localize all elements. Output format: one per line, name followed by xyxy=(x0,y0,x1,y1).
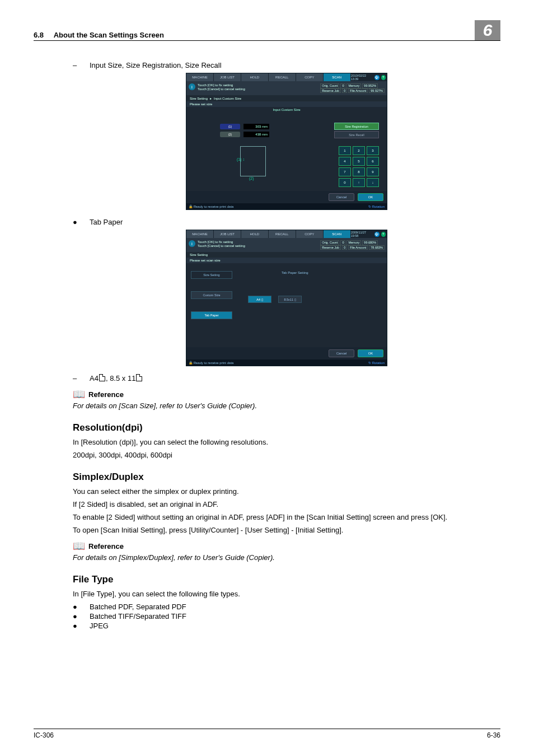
key-8[interactable]: 8 xyxy=(353,167,365,176)
status-box: Orig. Count0 Memory99.952% Reserve Job0 … xyxy=(320,83,385,93)
size-recall-button[interactable]: Size Recall xyxy=(334,131,379,138)
tab-hold[interactable]: HOLD xyxy=(241,73,268,81)
body-text: In [File Type], you can select the follo… xyxy=(73,590,500,598)
breadcrumb: Size Setting xyxy=(186,252,387,258)
list-item-text: A4, 8.5 x 11 xyxy=(90,374,143,382)
key-2[interactable]: 2 xyxy=(353,146,365,155)
screenshot-tab-paper: MACHINE JOB LIST HOLD RECALL COPY SCAN 2… xyxy=(73,230,500,366)
cancel-button[interactable]: Cancel xyxy=(329,193,354,201)
reference-heading: 📖 Reference xyxy=(73,388,500,400)
page-header: 6.8 About the Scan Settings Screen 6 xyxy=(34,20,500,41)
dash-icon: – xyxy=(73,374,90,382)
help-icon[interactable]: ? xyxy=(381,232,386,237)
tab-joblist[interactable]: JOB LIST xyxy=(214,230,241,238)
power-icon[interactable]: ⏻ xyxy=(374,75,379,80)
header-timestamp-area: 2010/02/22 13:39 ⏻ ? xyxy=(351,73,387,81)
panel-title: Tab Paper Setting xyxy=(282,271,308,274)
tab-copy[interactable]: COPY xyxy=(296,73,323,81)
cancel-button[interactable]: Cancel xyxy=(329,349,354,357)
key-3[interactable]: 3 xyxy=(367,146,379,155)
info-text: Touch [OK] to fix settingTouch [Cancel] … xyxy=(198,83,320,91)
tab-scan[interactable]: SCAN xyxy=(324,73,350,81)
key-0[interactable]: 0 xyxy=(339,178,351,187)
key-up[interactable]: ↑ xyxy=(353,178,365,187)
heading-resolution: Resolution(dpi) xyxy=(73,422,500,433)
tab-recall[interactable]: RECALL xyxy=(269,73,296,81)
section-title: 6.8 About the Scan Settings Screen xyxy=(34,31,164,39)
help-icon[interactable]: ? xyxy=(381,75,386,80)
portrait-icon xyxy=(136,374,142,381)
body-text: To enable [2 Sided] without setting an o… xyxy=(73,513,500,521)
footer-right: 6-36 xyxy=(487,731,500,739)
ok-button[interactable]: OK xyxy=(358,349,383,357)
screenshot-input-custom-size: MACHINE JOB LIST HOLD RECALL COPY SCAN 2… xyxy=(73,73,500,210)
tab-paper-button[interactable]: Tab Paper xyxy=(191,311,232,319)
tab-recall[interactable]: RECALL xyxy=(269,230,296,238)
field-x-button[interactable]: (1) xyxy=(220,124,240,129)
section-number: 6.8 xyxy=(34,31,44,39)
page-footer: IC-306 6-36 xyxy=(34,729,500,739)
panel-title: Input Custom Size xyxy=(273,108,300,111)
ok-button[interactable]: OK xyxy=(358,193,383,201)
dash-icon: – xyxy=(73,61,90,69)
list-item: ● JPEG xyxy=(73,622,500,630)
portrait-icon xyxy=(99,374,105,381)
list-item-text: Tab Paper xyxy=(90,218,123,226)
heading-filetype: File Type xyxy=(73,574,500,585)
arrow-x-icon: (2) xyxy=(249,176,254,180)
field-x-value[interactable]: 303 mm xyxy=(243,124,269,129)
list-item: ● Batched PDF, Separated PDF xyxy=(73,603,500,611)
book-icon: 📖 xyxy=(73,540,85,552)
timestamp: 2010/02/22 13:39 xyxy=(351,74,373,81)
page-figure: (1) ↕ (2) xyxy=(237,146,265,180)
list-item: – Input Size, Size Registration, Size Re… xyxy=(73,61,500,69)
arrow-y-icon: (1) ↕ xyxy=(237,157,245,161)
a4-button[interactable]: A4 ▯ xyxy=(248,296,271,303)
header-timestamp-area: 2009/11/27 19:58 ⏻ ? xyxy=(351,230,387,238)
tab-machine[interactable]: MACHINE xyxy=(186,73,213,81)
printer-status: 🔒 Ready to receive print data xyxy=(189,361,233,365)
status-box: Orig. Count0 Memory99.680% Reserve Job0 … xyxy=(320,240,385,250)
field-y-button[interactable]: (2) xyxy=(220,132,240,137)
timestamp: 2009/11/27 19:58 xyxy=(351,231,373,237)
instruction-line: Please set scan size xyxy=(186,258,387,263)
tab-machine[interactable]: MACHINE xyxy=(186,230,213,238)
left-col-title: Size Setting xyxy=(191,271,232,279)
list-item: – A4, 8.5 x 11 xyxy=(73,374,500,382)
tab-joblist[interactable]: JOB LIST xyxy=(214,73,241,81)
list-item-text: Input Size, Size Registration, Size Reca… xyxy=(90,61,222,69)
bullet-icon: ● xyxy=(73,612,90,620)
size-registration-button[interactable]: Size Registration xyxy=(334,123,379,130)
section-heading: About the Scan Settings Screen xyxy=(54,31,164,39)
chevron-right-icon: ▸ xyxy=(210,96,212,100)
body-text: If [2 Sided] is disabled, set an origina… xyxy=(73,500,500,508)
key-9[interactable]: 9 xyxy=(367,167,379,176)
field-y-value[interactable]: 438 mm xyxy=(243,132,269,137)
printer-status: 🔒 Ready to receive print data xyxy=(189,204,233,208)
tab-scan[interactable]: SCAN xyxy=(324,230,350,238)
power-icon[interactable]: ⏻ xyxy=(374,232,379,237)
reference-heading: 📖 Reference xyxy=(73,540,500,552)
footer-left: IC-306 xyxy=(34,731,54,739)
instruction-line: Please set size xyxy=(186,101,387,107)
info-icon: i xyxy=(189,83,195,90)
key-4[interactable]: 4 xyxy=(339,157,351,166)
tab-copy[interactable]: COPY xyxy=(296,230,323,238)
body-text: 200dpi, 300dpi, 400dpi, 600dpi xyxy=(73,451,500,459)
key-5[interactable]: 5 xyxy=(353,157,365,166)
rotation-indicator: ↻ Rotation xyxy=(368,204,385,208)
bullet-icon: ● xyxy=(73,603,90,611)
custom-size-button[interactable]: Custom Size xyxy=(191,291,232,299)
reference-text: For details on [Simplex/Duplex], refer t… xyxy=(73,553,500,562)
key-7[interactable]: 7 xyxy=(339,167,351,176)
key-6[interactable]: 6 xyxy=(367,157,379,166)
key-down[interactable]: ↓ xyxy=(367,178,379,187)
body-text: In [Resolution (dpi)], you can select th… xyxy=(73,438,500,446)
rotation-indicator: ↻ Rotation xyxy=(368,361,385,365)
tab-hold[interactable]: HOLD xyxy=(241,230,268,238)
bullet-icon: ● xyxy=(73,218,90,226)
info-icon: i xyxy=(189,240,195,247)
letter-button[interactable]: 8.5x11 ▯ xyxy=(278,296,302,303)
bullet-icon: ● xyxy=(73,622,90,630)
key-1[interactable]: 1 xyxy=(339,146,351,155)
